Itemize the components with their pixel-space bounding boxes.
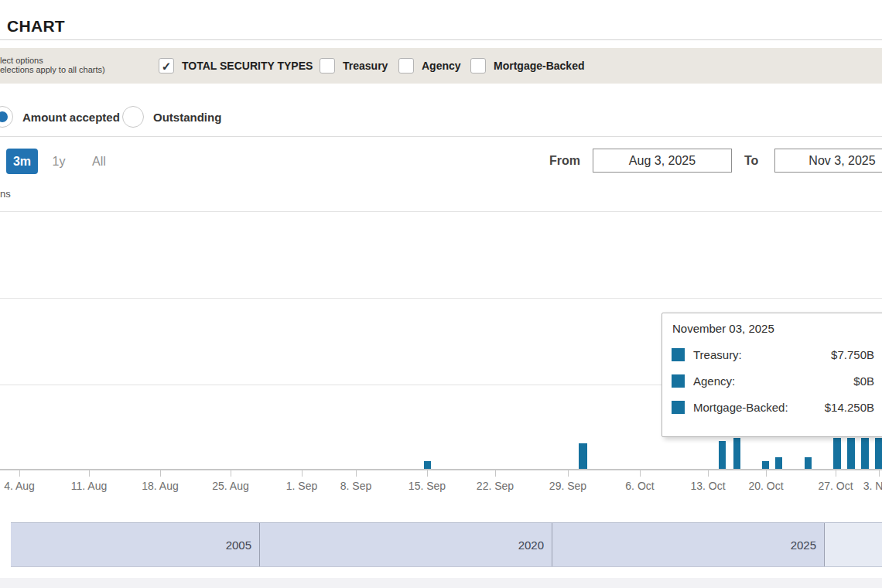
tooltip-date: November 03, 2025 — [672, 322, 774, 335]
x-tick-label: 4. Aug — [4, 480, 35, 492]
options-note: lect options elections apply to all char… — [0, 56, 105, 74]
gridline — [0, 298, 882, 299]
tooltip-series-label: Agency: — [693, 374, 735, 388]
x-tick-mark — [708, 470, 709, 477]
x-tick-mark — [427, 470, 428, 477]
navigator-year-divider — [824, 523, 825, 566]
navigator-year-divider — [259, 523, 260, 566]
series-swatch-icon — [672, 374, 685, 388]
checkbox-item-mortgage-backed[interactable]: Mortgage-Backed — [470, 58, 584, 74]
radio-label: Amount accepted — [22, 111, 120, 124]
x-tick-mark — [160, 470, 161, 477]
x-tick-mark — [495, 470, 496, 477]
tooltip-series-label: Treasury: — [693, 348, 742, 361]
timeline-navigator[interactable]: 200520202025 — [11, 522, 882, 567]
x-tick-label: 22. Sep — [477, 480, 514, 492]
tooltip-series-value: $14.250B — [825, 401, 874, 414]
checkbox-item-agency[interactable]: Agency — [398, 58, 461, 74]
radio-item-amount-accepted[interactable]: Amount accepted — [0, 106, 120, 128]
series-swatch-icon — [672, 401, 685, 414]
bar-29-oct[interactable] — [847, 438, 855, 469]
tooltip-row-treasury: Treasury:$7.750B — [672, 341, 874, 368]
selected-radio[interactable] — [0, 106, 13, 128]
header-divider — [0, 39, 882, 40]
x-tick-label: 25. Aug — [212, 480, 249, 492]
x-tick-mark — [766, 470, 767, 477]
radio-dot-icon — [0, 111, 8, 122]
checkbox-label: TOTAL SECURITY TYPES — [182, 60, 313, 72]
tooltip-series-value: $7.750B — [831, 348, 874, 361]
x-axis-line — [0, 469, 882, 470]
bottom-scrollbar-track — [0, 578, 882, 588]
from-label: From — [549, 154, 580, 168]
y-axis-title-fragment: ns — [0, 188, 11, 200]
x-tick-label: 8. Sep — [340, 480, 371, 492]
x-tick-label: 11. Aug — [71, 480, 107, 492]
bar-15-sep[interactable] — [424, 461, 431, 469]
section-divider — [0, 136, 882, 137]
checkbox-item-treasury[interactable]: Treasury — [320, 58, 388, 74]
navigator-selected-window[interactable] — [824, 523, 882, 566]
bar-24-oct[interactable] — [805, 457, 812, 469]
x-tick-label: 18. Aug — [142, 480, 179, 492]
unselected-radio[interactable] — [122, 106, 144, 128]
x-tick-mark — [568, 470, 569, 477]
x-tick-mark — [19, 470, 20, 477]
security-type-options-bar: lect options elections apply to all char… — [0, 48, 882, 84]
tooltip-series-value: $0B — [853, 374, 874, 388]
tooltip-series-label: Mortgage-Backed: — [693, 401, 788, 414]
bar-14-oct[interactable] — [719, 441, 726, 469]
series-swatch-icon — [672, 348, 685, 361]
x-tick-mark — [356, 470, 357, 477]
x-tick-mark — [231, 470, 231, 477]
x-tick-label: 27. Oct — [818, 480, 853, 492]
radio-item-outstanding[interactable]: Outstanding — [122, 106, 221, 128]
x-tick-mark — [836, 470, 836, 477]
x-tick-label: 15. Sep — [409, 480, 446, 492]
x-tick-mark — [879, 470, 880, 477]
to-label: To — [744, 154, 758, 168]
checked-checkbox[interactable]: ✓ — [159, 58, 174, 74]
repo-operations-chart-page: CHART lect options elections apply to al… — [0, 0, 882, 588]
gridline — [0, 211, 882, 212]
bar-30-oct[interactable] — [861, 438, 869, 469]
bar-21-oct[interactable] — [775, 457, 782, 469]
x-tick-label: 6. Oct — [625, 480, 654, 492]
bar-20-oct[interactable] — [762, 461, 769, 469]
options-note-line2: elections apply to all charts) — [0, 65, 105, 74]
x-tick-label: 20. Oct — [748, 480, 783, 492]
options-note-line1: lect options — [0, 56, 105, 65]
range-preset-1y[interactable]: 1y — [44, 149, 74, 174]
tooltip-row-agency: Agency:$0B — [672, 368, 874, 394]
x-tick-label: 3. Nov — [863, 480, 882, 492]
bar-28-oct[interactable] — [833, 438, 841, 469]
unchecked-checkbox[interactable] — [320, 58, 335, 74]
x-tick-label: 13. Oct — [690, 480, 725, 492]
tooltip-row-mortgage-backed: Mortgage-Backed:$14.250B — [672, 394, 874, 420]
checkbox-label: Mortgage-Backed — [494, 60, 584, 72]
checkmark-icon: ✓ — [162, 60, 172, 72]
checkbox-item-total-security-types[interactable]: ✓TOTAL SECURITY TYPES — [159, 58, 313, 74]
x-tick-mark — [302, 470, 303, 477]
unchecked-checkbox[interactable] — [398, 58, 414, 74]
bar-3-nov[interactable] — [875, 438, 882, 469]
x-tick-mark — [640, 470, 641, 477]
page-title: CHART — [7, 17, 65, 36]
navigator-year-label: 2025 — [791, 538, 816, 552]
range-preset-all[interactable]: All — [83, 149, 115, 174]
unchecked-checkbox[interactable] — [470, 58, 486, 74]
navigator-year-label: 2005 — [226, 538, 251, 552]
navigator-year-divider — [552, 523, 552, 566]
bar-30-sep[interactable] — [579, 443, 587, 469]
range-preset-3m[interactable]: 3m — [6, 149, 38, 174]
x-tick-mark — [89, 470, 90, 477]
x-tick-label: 1. Sep — [286, 480, 317, 492]
to-date-input[interactable]: Nov 3, 2025 — [774, 149, 882, 173]
x-tick-label: 29. Sep — [549, 480, 586, 492]
navigator-year-label: 2020 — [518, 538, 544, 552]
from-date-input[interactable]: Aug 3, 2025 — [593, 149, 732, 173]
checkbox-label: Agency — [422, 60, 461, 72]
bar-15-oct[interactable] — [733, 438, 740, 469]
chart-tooltip: November 03, 2025 Treasury:$7.750BAgency… — [662, 313, 882, 437]
checkbox-label: Treasury — [343, 60, 388, 72]
